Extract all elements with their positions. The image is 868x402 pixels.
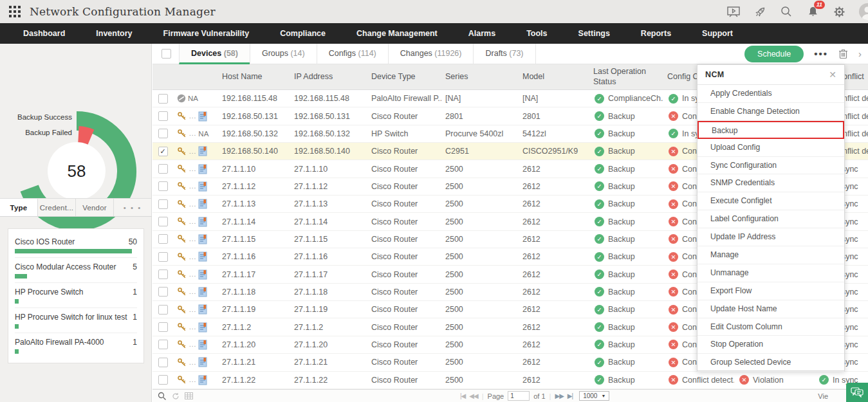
menu-item-execute-configlet[interactable]: Execute Configlet <box>697 192 844 210</box>
prev-page-button[interactable]: ◀◀ <box>469 392 477 399</box>
tab-devices[interactable]: Devices (58) <box>179 44 250 64</box>
config-document-icon[interactable] <box>198 111 207 122</box>
menu-item-unmanage[interactable]: Unmanage <box>697 264 844 282</box>
col-header-last-operation-status[interactable]: Last Operation Status <box>589 67 663 87</box>
footer-search-icon[interactable] <box>158 392 167 401</box>
nav-item-compliance[interactable]: Compliance <box>264 23 341 44</box>
row-checkbox[interactable] <box>158 270 168 279</box>
menu-item-update-host-name[interactable]: Update Host Name <box>697 300 844 318</box>
config-document-icon[interactable] <box>198 251 207 262</box>
row-checkbox[interactable] <box>158 375 168 385</box>
col-header-ip-address[interactable]: IP Address <box>290 72 367 82</box>
col-header-series[interactable]: Series <box>441 72 519 82</box>
row-checkbox[interactable] <box>158 181 168 191</box>
row-checkbox[interactable] <box>158 111 168 121</box>
nav-item-dashboard[interactable]: Dashboard <box>8 23 80 44</box>
next-page-button[interactable]: ▶▶ <box>555 392 563 399</box>
menu-item-apply-credentials[interactable]: Apply Credentials <box>697 85 844 103</box>
config-document-icon[interactable] <box>198 375 207 385</box>
row-checkbox[interactable] <box>158 129 168 138</box>
menu-item-manage[interactable]: Manage <box>697 246 844 264</box>
select-all-checkbox[interactable] <box>162 49 171 59</box>
config-document-icon[interactable] <box>198 304 207 315</box>
notifications-bell-icon[interactable]: 11 <box>806 5 819 18</box>
avatar[interactable] <box>859 3 868 20</box>
table-row[interactable]: ...27.1.1.2227.1.1.22Cisco Router2500261… <box>152 372 868 389</box>
config-document-icon[interactable] <box>198 270 207 280</box>
tab-drafts[interactable]: Drafts (73) <box>473 44 535 64</box>
row-checkbox[interactable] <box>158 287 168 297</box>
row-checkbox[interactable] <box>158 217 168 226</box>
menu-item-export-flow[interactable]: Export Flow <box>697 282 844 300</box>
nav-item-reports[interactable]: Reports <box>625 23 687 44</box>
row-checkbox[interactable] <box>158 199 168 209</box>
page-size-select[interactable]: 1000▼ <box>579 391 609 401</box>
search-icon[interactable] <box>780 5 793 18</box>
row-checkbox[interactable] <box>158 94 168 104</box>
last-page-button[interactable]: ▶| <box>568 392 573 399</box>
col-header-host-name[interactable]: Host Name <box>218 72 290 82</box>
row-checkbox[interactable] <box>158 322 168 332</box>
trash-icon[interactable] <box>838 48 848 59</box>
row-checkbox[interactable] <box>158 358 168 367</box>
config-document-icon[interactable] <box>198 146 207 156</box>
config-document-icon[interactable] <box>198 322 207 333</box>
presentation-icon[interactable] <box>727 5 740 18</box>
nav-item-settings[interactable]: Settings <box>563 23 625 44</box>
menu-item-snmp-credentials[interactable]: SNMP Credentials <box>697 174 844 192</box>
menu-item-update-ip-address[interactable]: Update IP Address <box>697 228 844 246</box>
menu-item-enable-change-detection[interactable]: Enable Change Detection <box>697 103 844 121</box>
menu-item-upload-config[interactable]: Upload Config <box>697 139 844 157</box>
sidebar-tab-credent[interactable]: Credent... <box>38 199 76 216</box>
menu-item-backup[interactable]: Backup <box>697 121 844 139</box>
schedule-button[interactable]: Schedule <box>744 46 804 62</box>
config-document-icon[interactable] <box>198 181 207 192</box>
page-number-input[interactable] <box>508 391 530 401</box>
menu-item-sync-configuration[interactable]: Sync Configuration <box>697 157 844 175</box>
row-checkbox[interactable] <box>158 305 168 315</box>
apps-grid-icon[interactable] <box>9 6 21 17</box>
nav-item-tools[interactable]: Tools <box>511 23 562 44</box>
tab-changes[interactable]: Changes (11926) <box>388 44 474 64</box>
col-header-model[interactable]: Model <box>519 72 589 82</box>
type-list-item[interactable]: HP Procurve Switch for linux test1 <box>15 308 137 333</box>
nav-item-alarms[interactable]: Alarms <box>453 23 511 44</box>
tab-configs[interactable]: Configs (114) <box>317 44 388 64</box>
config-document-icon[interactable] <box>198 287 207 297</box>
footer-refresh-icon[interactable] <box>172 392 180 400</box>
nav-item-firmware-vulnerability[interactable]: Firmware Vulnerability <box>148 23 265 44</box>
config-document-icon[interactable] <box>198 340 207 350</box>
config-document-icon[interactable] <box>198 217 207 227</box>
config-document-icon[interactable] <box>198 357 207 367</box>
sidebar-tab-type[interactable]: Type <box>0 199 38 216</box>
nav-item-change-management[interactable]: Change Management <box>341 23 453 44</box>
row-checkbox[interactable]: ✓ <box>158 147 168 156</box>
gear-icon[interactable] <box>833 5 845 18</box>
row-checkbox[interactable] <box>158 164 168 174</box>
type-list-item[interactable]: PaloAlto Firewall PA-40001 <box>15 333 137 358</box>
first-page-button[interactable]: |◀ <box>460 392 465 399</box>
type-list-item[interactable]: HP Procurve Switch1 <box>15 283 137 308</box>
footer-grid-view-icon[interactable] <box>185 392 193 399</box>
scroll-right-chevron-icon[interactable]: › <box>858 48 863 59</box>
menu-item-stop-operation[interactable]: Stop Operation <box>697 336 844 354</box>
type-list-item[interactable]: Cisco IOS Router50 <box>15 233 137 258</box>
row-checkbox[interactable] <box>158 234 168 244</box>
nav-item-support[interactable]: Support <box>687 23 748 44</box>
sidebar-tab-vendor[interactable]: Vendor <box>76 199 114 216</box>
config-document-icon[interactable] <box>198 164 207 174</box>
config-document-icon[interactable] <box>198 234 207 244</box>
type-list-item[interactable]: Cisco Modular Access Router5 <box>15 258 137 283</box>
close-icon[interactable]: ✕ <box>829 69 836 80</box>
menu-item-group-selected-device[interactable]: Group Selected Device <box>697 354 844 372</box>
nav-item-inventory[interactable]: Inventory <box>80 23 147 44</box>
menu-item-label-configuration[interactable]: Label Configuration <box>697 210 844 228</box>
config-document-icon[interactable] <box>198 199 207 209</box>
menu-item-edit-custom-column[interactable]: Edit Custom Column <box>697 318 844 336</box>
row-checkbox[interactable] <box>158 252 168 262</box>
sidebar-tabs-more[interactable]: • • • <box>114 199 152 216</box>
tab-groups[interactable]: Groups (14) <box>250 44 317 64</box>
more-actions-icon[interactable]: ••• <box>814 48 828 59</box>
feedback-chat-widget[interactable] <box>846 383 868 402</box>
rocket-icon[interactable] <box>753 5 766 18</box>
